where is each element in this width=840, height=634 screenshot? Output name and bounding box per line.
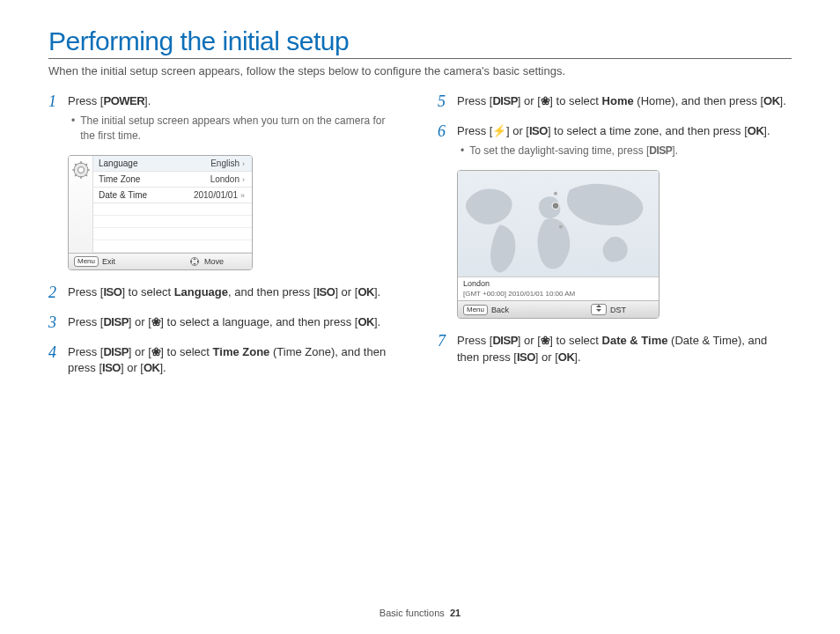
step-note: To set the daylight-saving time, press [… <box>469 144 678 158</box>
iso-icon: ISO <box>529 124 548 137</box>
step-note: The initial setup screen appears when yo… <box>80 114 402 144</box>
map-back-label: Back <box>491 306 509 314</box>
macro-icon: ❀ <box>151 316 161 328</box>
step-7: 7Press [DISP] or [❀] to select Date & Ti… <box>438 333 792 366</box>
step-body: Press [DISP] or [❀] to select Time Zone … <box>68 344 402 378</box>
menu-row[interactable]: Time ZoneLondon› <box>93 172 252 188</box>
gear-icon <box>69 156 93 253</box>
bold-term: Time Zone <box>213 345 270 358</box>
chevron-right-icon: › <box>242 159 245 168</box>
macro-icon: ❀ <box>541 335 550 346</box>
step-number: 3 <box>48 314 61 332</box>
svg-line-7 <box>85 174 87 176</box>
step-body: Press [DISP] or [❀] to select a language… <box>68 314 402 332</box>
menu-row-label: Language <box>99 158 138 168</box>
svg-point-15 <box>552 203 559 210</box>
svg-line-8 <box>85 164 87 166</box>
intro-text: When the initial setup screen appears, f… <box>48 64 792 77</box>
step-body: Press [ISO] to select Language, and then… <box>68 284 402 302</box>
step-number: 2 <box>48 284 61 302</box>
ok-icon: OK <box>748 124 764 137</box>
bold-term: Language <box>174 285 228 299</box>
disp-icon: DISP <box>492 94 517 107</box>
bold-term: Home <box>602 94 634 107</box>
iso-icon: ISO <box>102 361 121 374</box>
step-5: 5Press [DISP] or [❀] to select Home (Hom… <box>438 93 792 111</box>
step-3: 3Press [DISP] or [❀] to select a languag… <box>48 314 402 332</box>
power-icon: POWER <box>103 94 144 107</box>
step-6: 6Press [⚡] or [ISO] to select a time zon… <box>438 123 792 158</box>
svg-point-1 <box>78 167 85 173</box>
left-column: 1Press [POWER].The initial setup screen … <box>48 93 402 389</box>
menu-row-label: Time Zone <box>99 174 140 184</box>
step-number: 4 <box>48 344 61 378</box>
step-body: Press [⚡] or [ISO] to select a time zone… <box>457 123 792 158</box>
disp-icon: DISP <box>649 144 672 157</box>
camera-menu-widget: LanguageEnglish›Time ZoneLondon›Date & T… <box>68 155 253 270</box>
menu-row[interactable]: Date & Time2010/01/01» <box>93 188 252 203</box>
step-body: Press [DISP] or [❀] to select Home (Home… <box>457 93 792 111</box>
menu-button-icon: Menu <box>463 305 488 315</box>
step-number: 7 <box>438 333 450 366</box>
step-body: Press [DISP] or [❀] to select Date & Tim… <box>457 333 792 366</box>
ok-icon: OK <box>558 350 575 364</box>
page-footer: Basic functions 21 <box>0 608 840 618</box>
map-city-label: London <box>458 276 659 290</box>
dpad-icon <box>188 257 201 266</box>
disp-icon: DISP <box>103 345 128 358</box>
iso-icon: ISO <box>103 285 122 299</box>
chevron-right-icon: › <box>242 175 245 184</box>
ok-icon: OK <box>357 315 374 328</box>
disp-icon: DISP <box>492 334 517 347</box>
menu-row-value: London› <box>210 174 245 184</box>
updown-icon <box>591 304 607 315</box>
menu-button-icon: Menu <box>74 256 99 267</box>
step-number: 1 <box>48 93 61 143</box>
flash-icon: ⚡ <box>492 124 506 137</box>
menu-move-label: Move <box>204 257 224 266</box>
svg-line-9 <box>75 174 77 176</box>
svg-marker-11 <box>193 258 195 260</box>
title-rule <box>48 58 792 59</box>
chevron-right-icon: » <box>240 191 245 200</box>
menu-footer: MenuExitMove <box>69 253 252 269</box>
ok-icon: OK <box>763 94 780 107</box>
bold-term: Date & Time <box>602 334 668 347</box>
timezone-map-widget: London[GMT +00:00] 2010/01/01 10:00 AMMe… <box>457 170 659 319</box>
footer-page-number: 21 <box>450 608 461 618</box>
right-column: 5Press [DISP] or [❀] to select Home (Hom… <box>438 93 792 389</box>
menu-row-value: 2010/01/01» <box>194 190 245 200</box>
menu-row-value: English› <box>210 158 245 168</box>
footer-section: Basic functions <box>379 608 445 618</box>
svg-marker-12 <box>193 263 195 265</box>
iso-icon: ISO <box>517 350 535 364</box>
world-map <box>458 171 659 276</box>
map-dst-label: DST <box>610 306 626 314</box>
step-number: 5 <box>438 93 450 111</box>
iso-icon: ISO <box>316 285 335 299</box>
ok-icon: OK <box>144 361 160 374</box>
menu-exit-label: Exit <box>102 257 115 266</box>
step-body: Press [POWER].The initial setup screen a… <box>68 93 402 143</box>
map-gmt-label: [GMT +00:00] 2010/01/01 10:00 AM <box>458 290 659 300</box>
step-number: 6 <box>438 123 450 158</box>
step-1: 1Press [POWER].The initial setup screen … <box>48 93 402 143</box>
svg-point-16 <box>554 192 557 195</box>
macro-icon: ❀ <box>151 346 161 358</box>
macro-icon: ❀ <box>541 95 550 107</box>
step-2: 2Press [ISO] to select Language, and the… <box>48 284 402 302</box>
svg-line-6 <box>75 164 77 166</box>
map-footer: MenuBackDST <box>458 300 659 318</box>
svg-marker-18 <box>596 305 601 307</box>
ok-icon: OK <box>357 285 374 299</box>
disp-icon: DISP <box>103 315 128 328</box>
menu-row-label: Date & Time <box>99 190 147 200</box>
step-4: 4Press [DISP] or [❀] to select Time Zone… <box>48 344 402 378</box>
svg-marker-19 <box>596 309 601 312</box>
page-title: Performing the initial setup <box>48 26 792 56</box>
menu-row[interactable]: LanguageEnglish› <box>93 156 252 172</box>
svg-point-17 <box>559 225 563 229</box>
